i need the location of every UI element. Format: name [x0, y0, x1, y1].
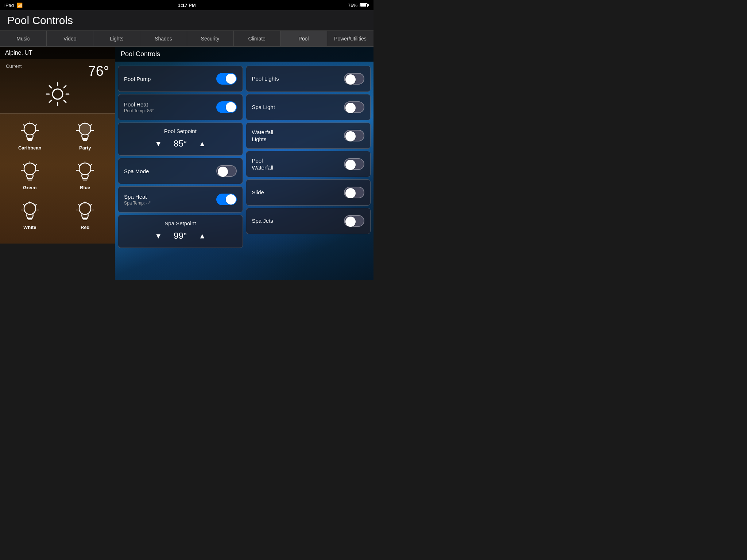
svg-line-21	[78, 125, 80, 126]
waterfall-lights-toggle[interactable]	[344, 130, 364, 141]
svg-line-5	[49, 86, 51, 88]
spa-setpoint-up[interactable]: ▲	[196, 229, 209, 242]
light-mode-red[interactable]: Red	[58, 196, 112, 234]
sun-icon	[6, 81, 109, 107]
controls-columns: Pool Pump Pool Heat Pool Temp: 86°	[115, 47, 374, 280]
spa-mode-toggle[interactable]	[216, 165, 237, 177]
tab-security[interactable]: Security	[187, 31, 234, 46]
pool-setpoint-up[interactable]: ▲	[196, 137, 209, 150]
light-mode-white-label: White	[23, 225, 36, 230]
pool-setpoint-card[interactable]: Pool Setpoint ▼ 85° ▲	[118, 122, 243, 156]
spa-light-card[interactable]: Spa Light	[246, 94, 371, 120]
svg-line-31	[35, 164, 36, 166]
pool-setpoint-value: 85°	[174, 139, 187, 149]
pool-waterfall-card[interactable]: PoolWaterfall	[246, 151, 371, 177]
pool-pump-label: Pool Pump	[124, 76, 151, 82]
svg-line-37	[78, 164, 80, 166]
light-mode-green-label: Green	[23, 185, 37, 190]
pool-lights-card[interactable]: Pool Lights	[246, 66, 371, 92]
svg-point-49	[79, 203, 91, 214]
left-panel: Alpine, UT Current 76°	[0, 47, 115, 280]
battery-icon	[360, 3, 369, 7]
light-mode-white[interactable]: White	[3, 196, 57, 234]
wifi-icon: 📶	[17, 3, 23, 8]
spa-light-toggle[interactable]	[344, 101, 364, 113]
svg-line-6	[64, 100, 66, 102]
spa-jets-card[interactable]: Spa Jets	[246, 208, 371, 234]
svg-line-53	[78, 204, 80, 206]
light-mode-red-label: Red	[81, 225, 90, 230]
weather-current-label: Current	[6, 63, 22, 69]
status-time: 1:17 PM	[178, 3, 196, 8]
controls-col-right: Pool Lights Spa Light WaterfallLights	[246, 66, 371, 277]
title-bar: Pool Controls	[0, 10, 374, 31]
pool-waterfall-label: PoolWaterfall	[252, 157, 274, 171]
svg-line-15	[35, 125, 36, 126]
svg-line-39	[90, 164, 92, 166]
pool-panel: Pool Controls Pool Pump Pool H	[115, 47, 374, 280]
spa-setpoint-card[interactable]: Spa Setpoint ▼ 99° ▲	[118, 215, 243, 248]
tab-lights[interactable]: Lights	[93, 31, 140, 46]
tab-climate[interactable]: Climate	[234, 31, 280, 46]
svg-line-13	[23, 125, 25, 126]
controls-col-left: Pool Pump Pool Heat Pool Temp: 86°	[118, 66, 243, 277]
spa-heat-card[interactable]: Spa Heat Spa Temp: --°	[118, 186, 243, 213]
main-content: Alpine, UT Current 76°	[0, 47, 374, 280]
spa-mode-card[interactable]: Spa Mode	[118, 158, 243, 184]
nav-tabs: Music Video Lights Shades Security Clima…	[0, 31, 374, 47]
pool-lights-label: Pool Lights	[252, 75, 279, 82]
spa-heat-label: Spa Heat Spa Temp: --°	[124, 194, 151, 206]
spa-setpoint-down[interactable]: ▼	[152, 229, 165, 242]
light-mode-party-label: Party	[79, 145, 91, 151]
tab-pool[interactable]: Pool	[280, 31, 327, 46]
pool-heat-card[interactable]: Pool Heat Pool Temp: 86°	[118, 94, 243, 120]
svg-line-47	[35, 204, 36, 206]
weather-temp: 76°	[88, 63, 109, 79]
device-label: iPad	[4, 3, 14, 8]
tab-power-utilities[interactable]: Power/Utilities	[327, 31, 374, 46]
slide-toggle[interactable]	[344, 187, 364, 198]
pool-heat-toggle[interactable]	[216, 101, 237, 113]
svg-point-41	[24, 203, 36, 214]
pool-lights-toggle[interactable]	[344, 73, 364, 85]
light-mode-blue-label: Blue	[80, 185, 90, 190]
page-title: Pool Controls	[7, 14, 73, 27]
spa-mode-label: Spa Mode	[124, 168, 149, 174]
spa-jets-toggle[interactable]	[344, 215, 364, 227]
svg-line-8	[49, 100, 51, 102]
svg-point-25	[24, 163, 36, 175]
light-mode-blue[interactable]: Blue	[58, 156, 112, 195]
pool-waterfall-toggle[interactable]	[344, 158, 364, 170]
light-mode-party[interactable]: Party	[58, 117, 112, 155]
svg-line-29	[23, 164, 25, 166]
spa-light-label: Spa Light	[252, 104, 275, 111]
spa-setpoint-value: 99°	[174, 231, 187, 241]
pool-setpoint-down[interactable]: ▼	[152, 137, 165, 150]
waterfall-lights-card[interactable]: WaterfallLights	[246, 122, 371, 149]
pool-heat-label: Pool Heat Pool Temp: 86°	[124, 101, 154, 113]
tab-music[interactable]: Music	[0, 31, 47, 46]
svg-point-17	[79, 123, 91, 135]
status-left: iPad 📶	[4, 3, 23, 8]
pool-controls-header: Pool Controls	[115, 47, 374, 62]
slide-label: Slide	[252, 189, 264, 196]
light-mode-green[interactable]: Green	[3, 156, 57, 195]
status-bar: iPad 📶 1:17 PM 76%	[0, 0, 374, 10]
svg-point-9	[24, 123, 36, 135]
pool-pump-toggle[interactable]	[216, 73, 237, 85]
light-mode-caribbean[interactable]: Caribbean	[3, 117, 57, 155]
svg-point-0	[53, 89, 63, 99]
slide-card[interactable]: Slide	[246, 179, 371, 206]
tab-video[interactable]: Video	[47, 31, 93, 46]
svg-line-45	[23, 204, 25, 206]
status-right: 76%	[348, 3, 369, 8]
location-bar: Alpine, UT	[0, 47, 115, 59]
svg-point-33	[79, 163, 91, 175]
pool-pump-card[interactable]: Pool Pump	[118, 66, 243, 92]
light-modes-grid: Caribbean	[0, 114, 115, 237]
light-mode-caribbean-label: Caribbean	[18, 145, 42, 151]
tab-shades[interactable]: Shades	[140, 31, 187, 46]
waterfall-lights-label: WaterfallLights	[252, 129, 274, 143]
weather-section: Current 76°	[0, 59, 115, 113]
spa-heat-toggle[interactable]	[216, 194, 237, 205]
